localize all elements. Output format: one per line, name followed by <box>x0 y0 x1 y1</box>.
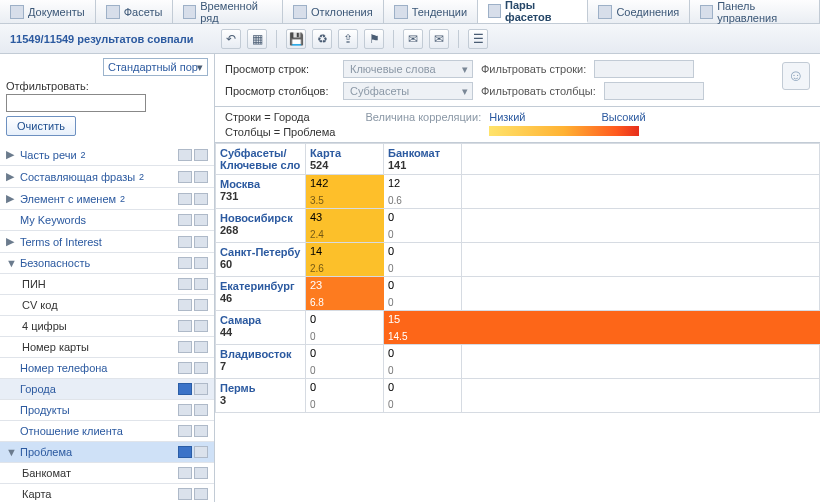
row-view-select[interactable]: Ключевые слова <box>343 60 473 78</box>
sidebar-item[interactable]: ▶Часть речи 2 <box>0 144 214 166</box>
facet-icon[interactable] <box>178 171 192 183</box>
heat-cell[interactable]: 120.6 <box>384 175 462 209</box>
sidebar-item[interactable]: ▶Terms of Interest <box>0 231 214 253</box>
facet-icon[interactable] <box>178 467 192 479</box>
tab-Фасеты[interactable]: Фасеты <box>96 0 174 23</box>
tab-Пары фасетов[interactable]: Пары фасетов <box>478 0 588 23</box>
tab-Документы[interactable]: Документы <box>0 0 96 23</box>
sidebar-item[interactable]: ▶Составляющая фразы 2 <box>0 166 214 188</box>
heat-cell[interactable]: 432.4 <box>306 209 384 243</box>
heat-cell[interactable]: 00 <box>384 243 462 277</box>
user-icon[interactable]: ☺ <box>782 62 810 90</box>
facet-icon[interactable] <box>178 383 192 395</box>
facet-icon[interactable] <box>194 278 208 290</box>
sidebar-item[interactable]: Банкомат <box>0 463 214 484</box>
col-view-select[interactable]: Субфасеты <box>343 82 473 100</box>
filter-input[interactable] <box>6 94 146 112</box>
sidebar-item[interactable]: CV код <box>0 295 214 316</box>
save-icon[interactable]: 💾 <box>286 29 306 49</box>
sidebar-item[interactable]: ▼Безопасность <box>0 253 214 274</box>
facet-icon[interactable] <box>178 236 192 248</box>
facet-icon[interactable] <box>178 362 192 374</box>
facet-icon[interactable] <box>194 171 208 183</box>
facet-icon[interactable] <box>178 257 192 269</box>
tab-Тенденции[interactable]: Тенденции <box>384 0 479 23</box>
facet-icon[interactable] <box>194 320 208 332</box>
tab-Отклонения[interactable]: Отклонения <box>283 0 384 23</box>
facet-icon[interactable] <box>194 488 208 500</box>
facet-icon[interactable] <box>178 193 192 205</box>
flag-icon[interactable]: ⚑ <box>364 29 384 49</box>
facet-icon[interactable] <box>194 467 208 479</box>
facet-icon[interactable] <box>178 425 192 437</box>
row-header[interactable]: Екатеринбург46 <box>216 277 306 311</box>
heat-cell[interactable]: 00 <box>306 311 384 345</box>
row-header[interactable]: Владивосток7 <box>216 345 306 379</box>
tab-Временной ряд[interactable]: Временной ряд <box>173 0 283 23</box>
facet-icon[interactable] <box>194 446 208 458</box>
sidebar-item[interactable]: Номер телефона <box>0 358 214 379</box>
heat-cell[interactable]: 00 <box>306 345 384 379</box>
row-header[interactable]: Москва731 <box>216 175 306 209</box>
facet-icon[interactable] <box>194 341 208 353</box>
facet-icon[interactable] <box>194 404 208 416</box>
sidebar-item[interactable]: Номер карты <box>0 337 214 358</box>
facet-icon[interactable] <box>194 214 208 226</box>
facet-icon[interactable] <box>178 149 192 161</box>
facet-icon[interactable] <box>194 425 208 437</box>
heat-cell[interactable]: 00 <box>384 345 462 379</box>
tab-label: Панель управления <box>717 0 809 24</box>
facet-icon[interactable] <box>178 320 192 332</box>
facet-icon[interactable] <box>178 278 192 290</box>
facet-icon[interactable] <box>194 299 208 311</box>
facet-icon[interactable] <box>178 299 192 311</box>
mail-icon[interactable]: ✉ <box>403 29 423 49</box>
grid-icon[interactable]: ▦ <box>247 29 267 49</box>
export-icon[interactable]: ⇪ <box>338 29 358 49</box>
facet-icon[interactable] <box>178 341 192 353</box>
col-header[interactable]: Банкомат141 <box>384 144 461 174</box>
facet-icon[interactable] <box>194 257 208 269</box>
sidebar-item[interactable]: Отношение клиента <box>0 421 214 442</box>
refresh-icon[interactable]: ♻ <box>312 29 332 49</box>
facet-icon[interactable] <box>194 193 208 205</box>
col-header[interactable]: Карта524 <box>306 144 383 174</box>
facet-icon[interactable] <box>178 214 192 226</box>
sidebar-item[interactable]: My Keywords <box>0 210 214 231</box>
sidebar-item[interactable]: 4 цифры <box>0 316 214 337</box>
heat-cell[interactable]: 236.8 <box>306 277 384 311</box>
heat-cell[interactable]: 1423.5 <box>306 175 384 209</box>
facet-icon[interactable] <box>178 404 192 416</box>
facet-icon[interactable] <box>178 488 192 500</box>
facet-icon[interactable] <box>178 446 192 458</box>
facet-icon[interactable] <box>194 236 208 248</box>
clear-button[interactable]: Очистить <box>6 116 76 136</box>
sidebar-item[interactable]: Продукты <box>0 400 214 421</box>
sidebar-item[interactable]: ▼Проблема <box>0 442 214 463</box>
col-filter-input[interactable] <box>604 82 704 100</box>
facet-icon[interactable] <box>194 383 208 395</box>
sidebar-item[interactable]: Карта <box>0 484 214 502</box>
heat-cell[interactable]: 00 <box>384 209 462 243</box>
sort-select[interactable]: Стандартный пор <box>103 58 208 76</box>
heat-cell[interactable]: 1514.5 <box>384 311 462 345</box>
back-icon[interactable]: ↶ <box>221 29 241 49</box>
heat-cell[interactable]: 00 <box>306 379 384 413</box>
sidebar-item[interactable]: ПИН <box>0 274 214 295</box>
heat-cell[interactable]: 00 <box>384 379 462 413</box>
facet-icon[interactable] <box>194 149 208 161</box>
sidebar-item[interactable]: Города <box>0 379 214 400</box>
facet-icon[interactable] <box>194 362 208 374</box>
row-filter-input[interactable] <box>594 60 694 78</box>
list-icon[interactable]: ☰ <box>468 29 488 49</box>
row-header[interactable]: Самара44 <box>216 311 306 345</box>
tab-Соединения[interactable]: Соединения <box>588 0 690 23</box>
heat-cell[interactable]: 142.6 <box>306 243 384 277</box>
heat-cell[interactable]: 00 <box>384 277 462 311</box>
mail2-icon[interactable]: ✉ <box>429 29 449 49</box>
row-header[interactable]: Санкт-Петербу60 <box>216 243 306 277</box>
row-header[interactable]: Новосибирск268 <box>216 209 306 243</box>
sidebar-item[interactable]: ▶Элемент с именем 2 <box>0 188 214 210</box>
tab-Панель управления[interactable]: Панель управления <box>690 0 820 23</box>
row-header[interactable]: Пермь3 <box>216 379 306 413</box>
